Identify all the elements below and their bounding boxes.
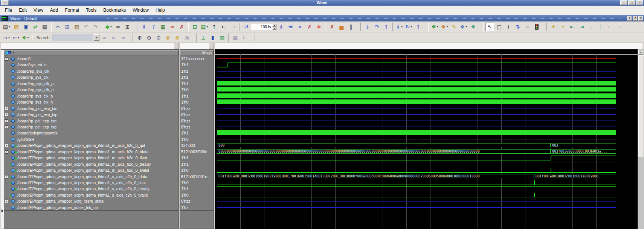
signal-row[interactable]: /board/rp_sys_clk_p bbox=[4, 93, 179, 99]
menu-bookmarks[interactable]: Bookmarks bbox=[100, 6, 129, 15]
menu-help[interactable]: Help bbox=[152, 6, 168, 15]
scroll-last-button[interactable]: ⇓ bbox=[363, 23, 372, 31]
find-errors-button[interactable]: ∞ bbox=[168, 23, 177, 31]
kill-sim-button[interactable]: ✗ bbox=[328, 23, 336, 31]
prev-falling-edge-button[interactable]: ⇣ bbox=[587, 23, 595, 31]
pan-mode-button[interactable]: + bbox=[504, 23, 513, 31]
menu-window[interactable]: Window bbox=[129, 6, 152, 15]
signal-row[interactable]: /board/EP/cpm_qdma_wrapper_i/user_lnk_up bbox=[4, 205, 179, 211]
paste-button[interactable]: ▥ bbox=[72, 23, 81, 31]
menu-edit[interactable]: Edit bbox=[15, 6, 30, 15]
values-splitter[interactable] bbox=[209, 43, 214, 49]
scrollbar-thumb[interactable] bbox=[638, 55, 644, 157]
add-to-list-button[interactable]: ❖▼ bbox=[440, 23, 449, 31]
signal-row[interactable]: /board/ep_sys_clk_n bbox=[4, 87, 179, 93]
signal-row[interactable]: +/board/EP/cpm_qdma_wrapper_i/cpm_qdma_i… bbox=[4, 149, 179, 155]
back-button[interactable]: ← bbox=[219, 23, 228, 31]
insert-mode-button[interactable]: ◆▼ bbox=[104, 23, 113, 31]
memory-grid-button[interactable]: ▦ bbox=[159, 23, 167, 31]
signal-row[interactable]: /glbl/GSR bbox=[4, 136, 179, 143]
find-next-button[interactable]: ∞ bbox=[100, 33, 108, 42]
virtual-list-button[interactable]: ≡ bbox=[523, 23, 532, 31]
zoom-full-button[interactable]: ⊙ bbox=[154, 33, 163, 42]
expanded-time-on-button[interactable]: ▮ bbox=[208, 33, 217, 42]
expand-toggle[interactable]: + bbox=[5, 175, 8, 179]
show-full-signal-button[interactable]: ⊥ bbox=[199, 33, 208, 42]
next-rising-edge-button[interactable]: ⇢ bbox=[615, 23, 624, 31]
wave-pane-header[interactable]: Wave - Default +↗× bbox=[0, 15, 644, 21]
expanded-time-all-button[interactable]: ▥ bbox=[218, 33, 226, 42]
zoom-select-button[interactable]: ◎ bbox=[182, 33, 191, 42]
signal-row[interactable]: +/board/rp_pci_exp_txn bbox=[4, 118, 179, 124]
wave-hscrollbar[interactable] bbox=[215, 43, 642, 49]
waveform-canvas[interactable]: 0000030000000000000000000000000000000000… bbox=[217, 55, 616, 229]
next-transition-button[interactable]: ⇥ bbox=[577, 23, 586, 31]
expand-toggle[interactable]: + bbox=[5, 125, 8, 129]
pane-dock-button[interactable]: + bbox=[627, 16, 632, 21]
break-button[interactable]: ✱ bbox=[314, 23, 323, 31]
undo-button[interactable]: ↶ bbox=[82, 23, 90, 31]
time-spin-down[interactable]: ▼ bbox=[272, 27, 276, 30]
zoom-cursor-button[interactable]: ⊚ bbox=[163, 33, 172, 42]
scroll-up-arrow[interactable]: ▲ bbox=[638, 50, 643, 55]
find-options-button[interactable]: ≈ bbox=[119, 33, 127, 42]
profile-button[interactable]: ▅ bbox=[337, 23, 346, 31]
signal-row[interactable]: +/board/ep_pci_exp_txp bbox=[4, 111, 179, 118]
restart-button[interactable]: ↺ bbox=[242, 23, 250, 31]
prev-transition-button[interactable]: ⇤ bbox=[568, 23, 577, 31]
delete-button[interactable]: ✗ bbox=[177, 23, 186, 31]
signal-row[interactable]: /board/EP/cpm_qdma_wrapper_i/cpm_qdma_i/… bbox=[4, 180, 179, 186]
measure-cursors-button[interactable]: ⇅ bbox=[514, 23, 522, 31]
signal-row[interactable]: /board/EP/cpm_qdma_wrapper_i/cpm_qdma_i/… bbox=[4, 186, 179, 192]
pane-undock-button[interactable]: ↗ bbox=[633, 16, 638, 21]
traffic-light-button[interactable] bbox=[533, 23, 541, 31]
find-button[interactable]: ∞ bbox=[114, 23, 122, 31]
wave-edit-insert-button[interactable]: ❖▼ bbox=[21, 33, 30, 42]
copy-button[interactable]: ⊞ bbox=[63, 23, 72, 31]
pane-close-button[interactable]: × bbox=[638, 16, 643, 21]
signal-row[interactable]: /board/EP/cpm_qdma_wrapper_i/cpm_qdma_i/… bbox=[4, 161, 179, 168]
expand-hierarchy-button[interactable]: ⊞ bbox=[123, 23, 132, 31]
menu-format[interactable]: Format bbox=[61, 6, 82, 15]
zoom-out-button[interactable]: ⊖ bbox=[145, 33, 153, 42]
signal-filter-icon[interactable]: ▼ bbox=[5, 51, 14, 55]
delete-cursor-button[interactable]: ✧ bbox=[559, 23, 567, 31]
scroll-first-button[interactable]: ⇑ bbox=[382, 23, 391, 31]
minimize-button[interactable]: – bbox=[620, 0, 627, 5]
menu-tools[interactable]: Tools bbox=[82, 6, 100, 15]
print-button[interactable]: ▦ bbox=[40, 23, 49, 31]
pause-button[interactable]: ∥ bbox=[346, 23, 355, 31]
wave-vscrollbar[interactable]: ▲ bbox=[638, 49, 644, 229]
signal-names-header[interactable]: ▼ bbox=[4, 50, 179, 55]
find-prev-button[interactable]: ∞ bbox=[109, 33, 118, 42]
signal-names-list[interactable]: +/board/i/board/sys_rst_n/board/ep_sys_c… bbox=[4, 56, 179, 229]
signal-row[interactable]: /board/rp_sys_clk_n bbox=[4, 99, 179, 105]
window-titlebar[interactable]: ○ Wave –□× bbox=[0, 0, 644, 6]
cut-button[interactable]: ✂ bbox=[53, 23, 62, 31]
expand-toggle[interactable]: + bbox=[5, 200, 8, 203]
assist-button[interactable]: ? bbox=[149, 23, 158, 31]
save-button[interactable]: ▣ bbox=[21, 23, 30, 31]
event-grid-button[interactable]: ▦ bbox=[231, 33, 240, 42]
names-splitter[interactable] bbox=[174, 43, 179, 49]
prev-event-button[interactable]: ∟ bbox=[240, 33, 249, 42]
open-file-button[interactable]: ▨ bbox=[12, 23, 21, 31]
signal-row[interactable]: /board/ep_sys_clk bbox=[4, 68, 179, 75]
wave-edit-paste-button[interactable]: ⇜▼ bbox=[12, 33, 20, 42]
zoom-mode-button[interactable]: ▢ bbox=[495, 23, 504, 31]
refresh-wave-button[interactable]: ↷ bbox=[372, 23, 381, 31]
signal-row[interactable]: /board/EP/cpm_qdma_wrapper_i/cpm_qdma_i/… bbox=[4, 155, 179, 161]
signal-row[interactable]: /board/EP/cpm_qdma_wrapper_i/cpm_qdma_i/… bbox=[4, 167, 179, 174]
menu-view[interactable]: View bbox=[30, 6, 47, 15]
signal-row[interactable]: /board/rp_sys_clk bbox=[4, 74, 179, 81]
run-all-button[interactable]: » bbox=[296, 23, 304, 31]
close-button[interactable]: × bbox=[636, 0, 643, 5]
expand-toggle[interactable]: + bbox=[5, 113, 8, 116]
log-button[interactable]: ⇓ bbox=[140, 23, 148, 31]
save-format-button[interactable]: ❖▼ bbox=[459, 23, 468, 31]
prev-marker-button[interactable]: ⇓▼ bbox=[395, 23, 404, 31]
next-event-button[interactable]: ∫ bbox=[250, 33, 258, 42]
up-context-button[interactable]: ↑ bbox=[210, 23, 218, 31]
menu-file[interactable]: File bbox=[2, 6, 15, 15]
add-to-wave-button[interactable]: ❖▼ bbox=[430, 23, 440, 31]
